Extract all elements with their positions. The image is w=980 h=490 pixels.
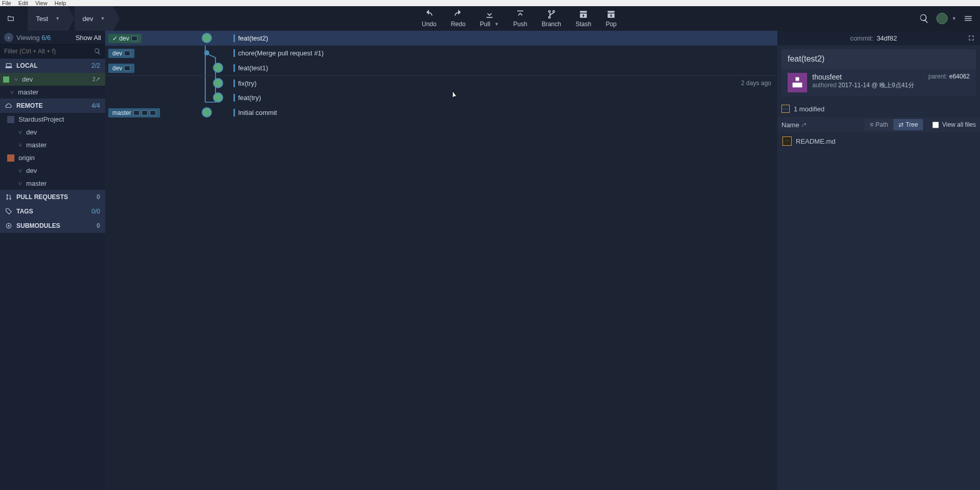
modified-summary: ⋯ 1 modified xyxy=(777,101,980,117)
remote-icon xyxy=(7,154,14,162)
menu-file[interactable]: File xyxy=(2,0,11,6)
svg-point-0 xyxy=(7,194,8,195)
undo-button[interactable]: Undo xyxy=(422,9,437,28)
chevron-down-icon: ▼ xyxy=(55,16,60,21)
remote-icon xyxy=(7,116,14,123)
laptop-icon xyxy=(131,36,138,41)
folder-icon xyxy=(7,15,14,22)
ref-label[interactable]: dev xyxy=(108,64,134,73)
breadcrumb-branch[interactable]: dev ▼ xyxy=(74,6,113,31)
menu-icon[interactable] xyxy=(964,14,973,23)
redo-button[interactable]: Redo xyxy=(451,9,466,28)
section-tags[interactable]: TAGS 0/0 xyxy=(0,204,105,219)
remote-origin-dev[interactable]: ⑂ dev xyxy=(0,164,105,177)
modified-icon: ⋯ xyxy=(781,105,790,113)
commit-node xyxy=(202,33,212,43)
local-branch-dev[interactable]: ⑂ dev 2↗ xyxy=(0,73,105,86)
chevron-down-icon: ▼ xyxy=(101,16,105,21)
undo-icon xyxy=(424,9,434,19)
commit-node xyxy=(213,92,223,103)
remote-stardust-dev[interactable]: ⑂ dev xyxy=(0,126,105,139)
commit-row[interactable]: fix(try)2 days ago xyxy=(105,75,777,90)
svg-point-2 xyxy=(10,198,11,199)
gitlab-icon xyxy=(124,66,130,71)
commit-row[interactable]: masterInitial commit xyxy=(105,105,777,120)
menu-view[interactable]: View xyxy=(35,0,48,6)
commit-node xyxy=(202,107,212,117)
modified-file-icon: ⋯ xyxy=(782,136,792,146)
menu-edit[interactable]: Edit xyxy=(18,0,28,6)
branch-icon: ⑂ xyxy=(18,142,22,148)
search-icon[interactable] xyxy=(919,13,929,24)
redo-icon xyxy=(453,9,463,19)
profile-button[interactable]: ▼ xyxy=(936,13,956,24)
ref-label[interactable]: master xyxy=(108,108,160,117)
local-branch-master[interactable]: ⑂ master xyxy=(0,86,105,99)
search-icon[interactable] xyxy=(94,48,101,55)
view-mode-segmented: ≡Path ⇄Tree xyxy=(865,119,923,130)
pull-button[interactable]: Pull▼ xyxy=(480,9,499,28)
push-button[interactable]: Push xyxy=(513,9,527,28)
submodule-icon xyxy=(5,222,12,229)
commit-node xyxy=(213,63,223,73)
parent-hash[interactable]: e64062 xyxy=(949,73,970,80)
folder-button[interactable] xyxy=(0,6,22,31)
chevron-down-icon: ▼ xyxy=(494,22,499,27)
commit-row[interactable]: devchore(Merge pull request #1) xyxy=(105,46,777,61)
remote-origin[interactable]: origin xyxy=(0,151,105,164)
commit-hash[interactable]: 34df82 xyxy=(876,34,897,42)
remote-stardust[interactable]: StardustProject xyxy=(0,113,105,126)
sort-name-button[interactable]: Name ↓ᴬ xyxy=(781,121,806,129)
ref-label[interactable]: dev xyxy=(108,49,134,58)
commit-message: fix(try) xyxy=(233,80,257,87)
commit-row[interactable]: devfeat(test1) xyxy=(105,61,777,75)
commit-graph: ✓ devfeat(test2)devchore(Merge pull requ… xyxy=(105,31,777,490)
section-remote[interactable]: REMOTE 4/4 xyxy=(0,99,105,113)
path-view-button[interactable]: ≡Path xyxy=(865,119,893,130)
file-name: README.md xyxy=(796,138,835,145)
section-submodules[interactable]: SUBMODULES 0 xyxy=(0,219,105,233)
pop-button[interactable]: Pop xyxy=(605,9,616,28)
view-all-files-checkbox[interactable]: View all files xyxy=(932,121,976,128)
filter-input[interactable] xyxy=(4,48,94,55)
svg-point-1 xyxy=(7,198,8,199)
menu-help[interactable]: Help xyxy=(54,0,66,6)
stash-button[interactable]: Stash xyxy=(576,9,592,28)
tree-view-button[interactable]: ⇄Tree xyxy=(893,119,923,130)
file-toolbar: Name ↓ᴬ ≡Path ⇄Tree View all files xyxy=(777,117,980,132)
show-all-button[interactable]: Show All xyxy=(75,34,101,42)
left-header: ‹ Viewing 6/6 Show All xyxy=(0,31,105,44)
menubar: File Edit View Help xyxy=(0,0,980,6)
expand-icon[interactable] xyxy=(968,34,975,42)
commit-message: feat(test1) xyxy=(233,64,268,72)
main-area: ‹ Viewing 6/6 Show All LOCAL 2/2 ⑂ dev 2… xyxy=(0,31,980,490)
laptop-icon xyxy=(150,110,156,115)
branch-icon: ⑂ xyxy=(18,181,22,187)
section-local[interactable]: LOCAL 2/2 xyxy=(0,58,105,73)
pull-icon xyxy=(484,9,495,19)
detail-panel: commit: 34df82 feat(test2) thousfeet aut… xyxy=(777,31,980,490)
remote-origin-master[interactable]: ⑂ master xyxy=(0,177,105,190)
monitor-icon xyxy=(124,51,130,56)
author-name: thousfeet xyxy=(812,73,923,81)
file-row[interactable]: ⋯ README.md xyxy=(777,132,980,150)
section-pull-requests[interactable]: PULL REQUESTS 0 xyxy=(0,190,105,204)
svg-rect-5 xyxy=(796,77,799,81)
commit-row[interactable]: ✓ devfeat(test2) xyxy=(105,31,777,46)
laptop-icon xyxy=(5,62,12,69)
remote-stardust-master[interactable]: ⑂ master xyxy=(0,139,105,151)
commit-row[interactable]: feat(try) xyxy=(105,90,777,105)
repo-name: Test xyxy=(36,15,48,23)
branch-button[interactable]: Branch xyxy=(542,9,561,28)
chevron-down-icon: ▼ xyxy=(952,16,956,21)
breadcrumb: Test ▼ dev ▼ xyxy=(0,6,120,31)
gitlab-icon xyxy=(142,110,148,115)
toolbar: Test ▼ dev ▼ Undo Redo Pull▼ Push Branch xyxy=(0,6,980,31)
commit-time: 2 days ago xyxy=(741,80,771,87)
back-button[interactable]: ‹ xyxy=(4,33,13,42)
ref-label[interactable]: ✓ dev xyxy=(108,34,142,43)
branch-icon: ⑂ xyxy=(10,89,14,95)
left-panel: ‹ Viewing 6/6 Show All LOCAL 2/2 ⑂ dev 2… xyxy=(0,31,105,490)
parent-info: parent: e64062 xyxy=(928,73,970,92)
breadcrumb-repo[interactable]: Test ▼ xyxy=(28,6,68,31)
